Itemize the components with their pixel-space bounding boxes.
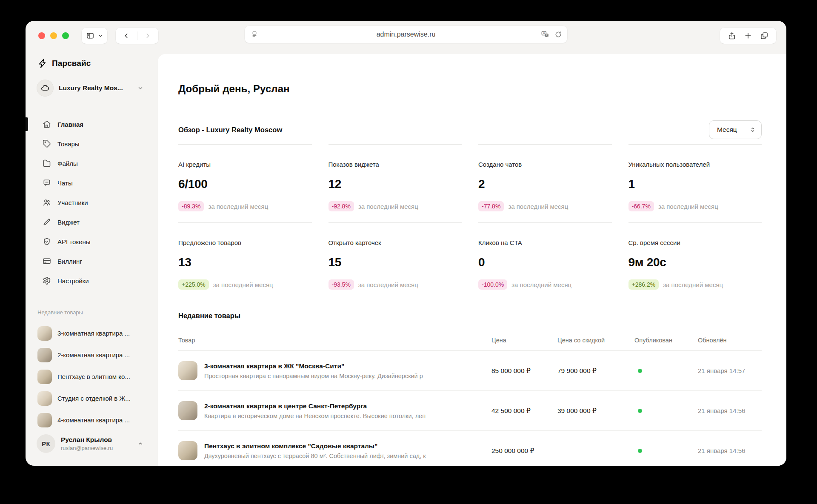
url-text[interactable]: admin.parsewise.ru <box>245 31 567 38</box>
user-email: ruslan@parsewise.ru <box>61 445 113 451</box>
product-description: Просторная квартира с панорамным видом н… <box>204 373 423 379</box>
product-description: Квартира в историческом доме на Невском … <box>204 413 426 419</box>
sidebar-nav-item[interactable]: API токены <box>26 232 158 251</box>
logo-bolt-icon <box>37 58 48 68</box>
stat-caption: за последний месяц <box>208 203 268 210</box>
stat-delta-badge: -100.0% <box>478 279 507 290</box>
product-thumbnail <box>37 326 52 341</box>
stat-caption: за последний месяц <box>658 203 718 210</box>
share-button[interactable] <box>728 28 736 44</box>
stat-caption: за последний месяц <box>358 203 418 210</box>
table-row[interactable]: 3-комнатная квартира в ЖК "Москва-Сити" … <box>178 351 762 391</box>
share-icon <box>728 31 736 40</box>
close-window-button[interactable] <box>38 32 45 39</box>
sidebar-toggle-group <box>82 28 107 44</box>
recent-product-item[interactable]: Студия с отделкой в Ж... <box>26 387 158 409</box>
workspace-name: Luxury Realty Mos... <box>59 84 123 92</box>
brush-icon <box>43 218 51 226</box>
forward-button[interactable] <box>137 28 159 44</box>
traffic-lights <box>38 32 69 39</box>
sidebar-nav-item[interactable]: Главная <box>26 114 158 134</box>
recent-product-item[interactable]: 3-комнатная квартира ... <box>26 322 158 344</box>
product-thumbnail <box>178 401 197 420</box>
column-header-updated: Обновлён <box>698 337 762 344</box>
user-menu[interactable]: РК Руслан Крылов ruslan@parsewise.ru <box>26 434 158 453</box>
sidebar-nav-label: Чаты <box>57 179 73 187</box>
sidebar-nav-item[interactable]: Товары <box>26 134 158 154</box>
stat-card: Предложено товаров 13 +225.0% за последн… <box>178 222 312 290</box>
published-cell <box>634 447 698 455</box>
toolbar-actions-group <box>720 28 776 44</box>
sidebar-nav-item[interactable]: Участники <box>26 193 158 212</box>
plus-icon <box>744 31 752 40</box>
chevron-up-icon <box>137 441 143 447</box>
recent-products-heading: Недавние товары <box>37 309 158 316</box>
product-thumbnail <box>37 370 52 384</box>
zoom-window-button[interactable] <box>62 32 69 39</box>
stat-value: 9м 20с <box>628 256 762 269</box>
column-header-price: Цена <box>491 337 557 344</box>
table-row[interactable]: Пентхаус в элитном комплексе "Садовые кв… <box>178 431 762 466</box>
browser-window: admin.parsewise.ru A文 Парсвайс Luxury Re… <box>26 21 786 466</box>
stat-card: Создано чатов 2 -77.8% за последний меся… <box>478 144 612 211</box>
chat-icon <box>43 179 51 187</box>
recent-product-item[interactable]: Пентхаус в элитном ко... <box>26 366 158 387</box>
sidebar-nav-item[interactable]: Файлы <box>26 154 158 173</box>
new-tab-button[interactable] <box>744 28 752 44</box>
brand-name: Парсвайс <box>52 59 91 68</box>
product-thumbnail <box>37 348 52 362</box>
card-icon <box>43 257 51 265</box>
sidebar-nav-label: Виджет <box>57 219 80 226</box>
table-row[interactable]: 2-комнатная квартира в центре Санкт-Пете… <box>178 391 762 431</box>
workspace-switcher[interactable]: Luxury Realty Mos... <box>26 80 158 97</box>
stat-caption: за последний месяц <box>511 281 571 288</box>
stat-delta-badge: -66.7% <box>628 201 654 211</box>
product-price: 42 500 000 ₽ <box>491 407 557 415</box>
table-header-row: Товар Цена Цена со скидкой Опубликован О… <box>178 337 762 351</box>
stat-delta-badge: -93.5% <box>329 279 354 290</box>
history-nav-group <box>116 28 158 44</box>
sidebar-nav-item[interactable]: Чаты <box>26 173 158 193</box>
address-bar[interactable]: admin.parsewise.ru A文 <box>245 26 567 43</box>
recent-products-title: Недавние товары <box>178 312 762 320</box>
stat-caption: за последний месяц <box>213 281 273 288</box>
sidebar-nav-label: API токены <box>57 238 91 245</box>
sidebar-nav-item[interactable]: Виджет <box>26 212 158 232</box>
period-select[interactable]: Месяц <box>709 120 762 139</box>
brand: Парсвайс <box>26 57 158 69</box>
sidebar-nav-label: Настройки <box>57 277 89 285</box>
stat-label: Кликов на CTA <box>478 239 612 246</box>
back-button[interactable] <box>116 28 137 44</box>
published-dot <box>638 409 642 413</box>
stat-delta-badge: -92.8% <box>329 201 354 211</box>
recent-product-label: Пентхаус в элитном ко... <box>57 373 130 380</box>
stat-value: 12 <box>329 177 462 191</box>
published-cell <box>634 407 698 415</box>
reload-icon[interactable] <box>554 31 562 38</box>
tab-overview-button[interactable] <box>760 28 768 44</box>
column-header-product: Товар <box>178 337 491 344</box>
sidebar-nav-item[interactable]: Настройки <box>26 271 158 290</box>
toggle-sidebar-button[interactable] <box>86 28 94 44</box>
stat-label: Уникальных пользователей <box>628 161 762 168</box>
sidebar-nav: Главная Товары Файлы Чаты <box>26 114 158 290</box>
sidebar-nav-item[interactable]: Биллинг <box>26 251 158 271</box>
cloud-icon <box>41 84 49 92</box>
recent-product-label: 3-комнатная квартира ... <box>57 330 130 337</box>
stat-caption: за последний месяц <box>358 281 418 288</box>
stat-card: Открыто карточек 15 -93.5% за последний … <box>329 222 462 290</box>
sidebar-menu-button[interactable] <box>98 28 103 44</box>
minimize-window-button[interactable] <box>50 32 57 39</box>
recent-product-item[interactable]: 2-комнатная квартира ... <box>26 344 158 366</box>
published-cell <box>634 367 698 375</box>
stat-value: 15 <box>329 256 462 269</box>
home-icon <box>43 120 51 128</box>
translate-icon[interactable]: A文 <box>541 30 549 39</box>
recent-product-item[interactable]: 4-комнатная квартира ... <box>26 409 158 431</box>
product-title: Пентхаус в элитном комплексе "Садовые кв… <box>204 442 426 450</box>
recent-products-list: 3-комнатная квартира ... 2-комнатная ква… <box>26 322 158 431</box>
published-dot <box>638 449 642 453</box>
product-title: 2-комнатная квартира в центре Санкт-Пете… <box>204 402 426 410</box>
stat-delta-badge: +225.0% <box>178 279 209 290</box>
chevron-left-icon <box>123 32 130 39</box>
